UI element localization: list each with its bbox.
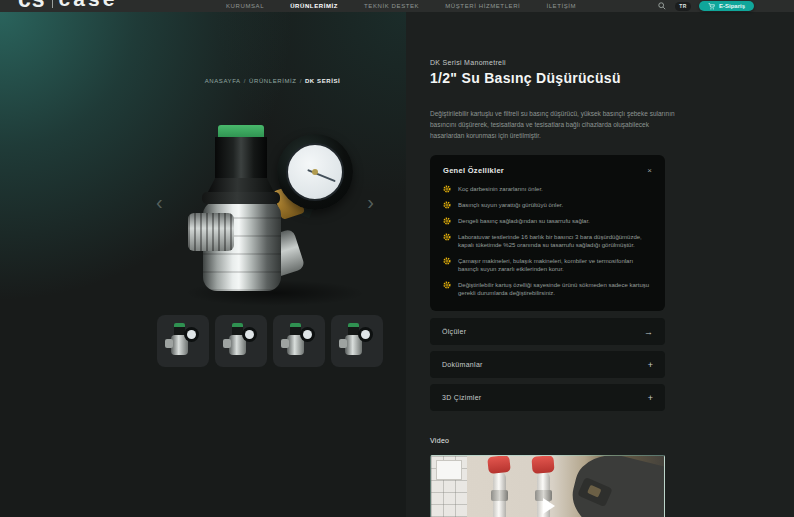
accordion-olculer[interactable]: Ölçüler →	[430, 318, 665, 345]
logo-name: case	[59, 0, 118, 11]
gauge-face	[286, 143, 344, 201]
product-series: DK Serisi Manometreli	[430, 59, 506, 66]
product-gallery-panel: ANASAYFA/ÜRÜNLERİMİZ/DK SERİSİ ‹ ›	[0, 12, 406, 517]
gauge-needle	[315, 172, 336, 182]
header-actions: TR E-Sipariş	[657, 0, 754, 12]
gear-icon	[443, 185, 451, 193]
search-icon[interactable]	[657, 1, 667, 11]
nav-item-urunlerimiz[interactable]: ÜRÜNLERİMİZ	[290, 3, 338, 9]
gallery-thumbnails	[157, 315, 383, 367]
nav-item-musteri-hizmetleri[interactable]: MÜŞTERİ HİZMETLERİ	[445, 3, 520, 9]
carousel-prev-icon[interactable]: ‹	[156, 192, 163, 212]
features-title: Genel Özellikler	[443, 166, 504, 175]
general-features-card: Genel Özellikler × Koç darbesinin zararl…	[430, 155, 665, 311]
feature-item: Değiştirilebilir kartuş özelliği sayesin…	[443, 281, 652, 297]
e-order-label: E-Sipariş	[719, 3, 745, 9]
feature-item: Çamaşır makineleri, bulaşık makineleri, …	[443, 257, 652, 273]
brand-logo[interactable]: cs case	[18, 0, 117, 14]
close-icon[interactable]: ×	[647, 167, 652, 175]
breadcrumb-home[interactable]: ANASAYFA	[205, 78, 241, 84]
breadcrumb-section[interactable]: ÜRÜNLERİMİZ	[249, 78, 297, 84]
product-main-image	[155, 95, 395, 320]
valve-handle-art	[531, 455, 554, 473]
video-section-label: Video	[430, 437, 449, 444]
gallery-thumbnail-2[interactable]	[215, 315, 267, 367]
breadcrumb-current: DK SERİSİ	[305, 78, 340, 84]
carousel-next-icon[interactable]: ›	[367, 192, 374, 212]
gallery-thumbnail-4[interactable]	[331, 315, 383, 367]
valve-handle-art	[487, 455, 511, 474]
video-sidebar-art	[431, 456, 467, 517]
play-icon[interactable]	[543, 498, 555, 514]
accordion-3d-cizimler[interactable]: 3D Çizimler +	[430, 384, 665, 411]
features-list: Koç darbesinin zararlarını önler. Basınç…	[443, 185, 652, 297]
pressure-gauge	[277, 134, 353, 210]
feature-item: Koç darbesinin zararlarını önler.	[443, 185, 652, 193]
feature-item: Basınçlı suyun yarattığı gürültüyü önler…	[443, 201, 652, 209]
gallery-thumbnail-1[interactable]	[157, 315, 209, 367]
gear-icon	[443, 257, 451, 265]
arrow-right-icon: →	[644, 327, 653, 337]
gear-icon	[443, 217, 451, 225]
e-order-button[interactable]: E-Sipariş	[699, 1, 754, 11]
gear-icon	[443, 201, 451, 209]
nav-item-teknik-destek[interactable]: TEKNİK DESTEK	[364, 3, 419, 9]
video-thumbnail[interactable]	[430, 455, 665, 517]
feature-item: Laboratuvar testlerinde 16 barlık bir ba…	[443, 233, 652, 249]
language-selector[interactable]: TR	[675, 2, 691, 11]
plus-icon: +	[648, 360, 653, 370]
gallery-thumbnail-3[interactable]	[273, 315, 325, 367]
inlet-fitting	[188, 213, 234, 251]
gear-icon	[443, 233, 451, 241]
adjustment-cap	[215, 137, 267, 179]
product-title: 1/2" Su Basınç Düşürücüsü	[430, 70, 621, 86]
nav-item-iletisim[interactable]: İLETİŞİM	[546, 3, 576, 9]
product-description: Değiştirilebilir kartuşlu ve filtreli su…	[430, 108, 680, 141]
plus-icon: +	[648, 393, 653, 403]
feature-item: Dengeli basınç sağladığından su tasarruf…	[443, 217, 652, 225]
page: cs case KURUMSAL ÜRÜNLERİMİZ TEKNİK DEST…	[0, 0, 794, 517]
logo-mark: cs	[18, 0, 46, 13]
gear-icon	[443, 281, 451, 289]
nav-item-kurumsal[interactable]: KURUMSAL	[226, 3, 264, 9]
cart-icon	[708, 3, 715, 10]
accordion-dokumanlar[interactable]: Dokümanlar +	[430, 351, 665, 378]
collar-ring	[202, 192, 280, 204]
main-nav: KURUMSAL ÜRÜNLERİMİZ TEKNİK DESTEK MÜŞTE…	[226, 0, 576, 12]
breadcrumb: ANASAYFA/ÜRÜNLERİMİZ/DK SERİSİ	[150, 78, 395, 84]
logo-divider	[52, 0, 53, 8]
